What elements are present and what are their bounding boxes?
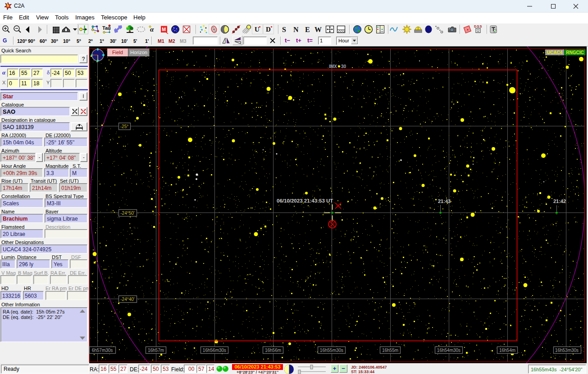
svg-text:21:43: 21:43 [438, 199, 451, 204]
svg-text:E: E [305, 26, 310, 33]
svg-text:-25°: -25° [120, 124, 128, 129]
svg-text:M: M [162, 27, 166, 32]
svg-text:UCAC4: UCAC4 [547, 50, 563, 55]
svg-text:16h53m30s: 16h53m30s [555, 348, 579, 353]
svg-text:Horizon: Horizon [130, 50, 147, 55]
svg-text:16h54m30s: 16h54m30s [437, 348, 460, 353]
svg-text:S: S [282, 26, 286, 33]
svg-text:16h56m: 16h56m [265, 348, 281, 353]
svg-text:06/10/2023 21:43:53 UT: 06/10/2023 21:43:53 UT [277, 198, 333, 203]
svg-text:IMX: IMX [329, 64, 337, 69]
svg-text:16h56m30s: 16h56m30s [203, 348, 226, 353]
svg-text:16h54m: 16h54m [499, 348, 515, 353]
svg-text:16h55m30s: 16h55m30s [320, 348, 343, 353]
svg-text:D: D [266, 26, 271, 33]
svg-text:DSS: DSS [474, 24, 482, 28]
svg-text:6h57m30s: 6h57m30s [92, 348, 113, 353]
svg-text:16h55m: 16h55m [382, 348, 398, 353]
svg-text:U: U [255, 26, 260, 33]
svg-text:16h57m: 16h57m [148, 348, 164, 353]
svg-text:-24°50': -24°50' [120, 211, 135, 216]
svg-text:30: 30 [341, 64, 346, 69]
svg-text:W: W [315, 26, 322, 33]
svg-text:-24°40': -24°40' [120, 297, 135, 302]
svg-text:N: N [293, 26, 299, 33]
svg-text:Field: Field [112, 50, 123, 55]
svg-text:RNGCIC: RNGCIC [566, 50, 583, 55]
svg-text:21:42: 21:42 [553, 199, 566, 204]
